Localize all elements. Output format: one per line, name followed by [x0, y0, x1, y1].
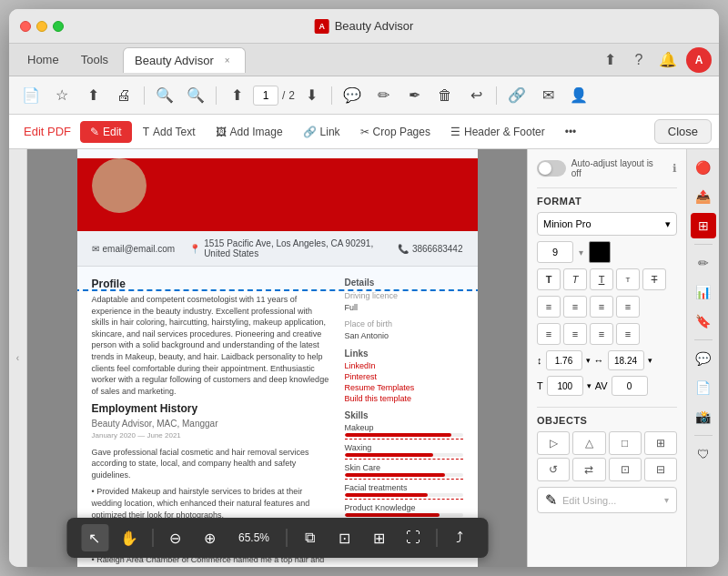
undo-button[interactable]: ↩ [461, 82, 490, 109]
char-spacing-input[interactable] [608, 350, 644, 370]
edit-button[interactable]: ✎ Edit [80, 121, 132, 143]
close-button[interactable]: Close [654, 119, 712, 144]
tab-tools[interactable]: Tools [70, 47, 119, 72]
align-justify-button[interactable]: ≡ [616, 323, 640, 345]
crop-tool-button[interactable]: ⊡ [330, 524, 358, 551]
more-options-button[interactable]: ••• [556, 122, 586, 142]
user-avatar[interactable]: A [686, 47, 712, 73]
color-swatch[interactable] [589, 241, 611, 263]
link-build-template[interactable]: Build this template [345, 394, 463, 403]
strikethrough-button[interactable]: T [642, 268, 666, 290]
line-spacing-input[interactable] [546, 350, 582, 370]
link-resume-templates[interactable]: Resume Templates [345, 383, 463, 392]
auto-adjust-toggle[interactable] [537, 160, 566, 177]
job1-bullet-2: • Provided Makeup and hairstyle services… [92, 486, 330, 520]
left-panel-toggle[interactable]: ‹ [9, 149, 27, 567]
sidebar-icon-6[interactable]: 🔖 [691, 308, 716, 334]
indent-button[interactable]: ≡ [590, 296, 613, 318]
notifications-icon[interactable]: 🔔 [657, 49, 679, 71]
obj-rect-button[interactable]: □ [609, 431, 642, 455]
sidebar-separator-3 [694, 435, 713, 436]
fit-page-button[interactable]: ⊞ [365, 524, 392, 551]
zoom-out-tool-button[interactable]: ⊖ [162, 524, 189, 551]
obj-arrange-button[interactable]: ⊟ [644, 458, 677, 481]
outdent-button[interactable]: ≡ [616, 296, 640, 318]
zoom-in-button[interactable]: 🔍 [181, 82, 210, 109]
cursor-tool-button[interactable]: ↖ [81, 524, 108, 551]
obj-rotate-button[interactable]: ↺ [537, 458, 570, 481]
print-button[interactable]: 🖨 [109, 82, 138, 109]
obj-triangle-button[interactable]: △ [572, 431, 605, 455]
link-linkedin[interactable]: LinkedIn [345, 361, 463, 370]
sidebar-icon-7[interactable]: 💬 [691, 346, 716, 371]
link-add-button[interactable]: 🔗 Link [294, 122, 349, 142]
sidebar-icon-9[interactable]: 📸 [691, 404, 716, 429]
edit-using-bar[interactable]: ✎ Edit Using... ▾ [537, 487, 677, 513]
fullscreen-button[interactable]: ⛶ [399, 524, 427, 551]
add-image-button[interactable]: 🖼 Add Image [207, 122, 292, 142]
tab-close-button[interactable]: × [221, 54, 234, 66]
align-row: ≡ ≡ ≡ ≡ [537, 323, 677, 345]
info-icon[interactable]: ℹ [672, 162, 677, 175]
bookmark-button[interactable]: ☆ [47, 82, 76, 109]
pdf-area[interactable]: ✉ email@email.com 📍 1515 Pacific Ave, Lo… [27, 149, 527, 567]
skill-waxing-name: Waxing [345, 443, 463, 452]
email-button[interactable]: ✉ [533, 82, 562, 109]
comment-button[interactable]: 💬 [338, 82, 367, 109]
upload-button[interactable]: ⬆ [78, 82, 107, 109]
obj-crop-button[interactable]: ⊡ [609, 458, 642, 481]
maximize-button[interactable] [53, 21, 64, 32]
scale-input[interactable] [547, 376, 583, 396]
numbered-list-button[interactable]: ≡ [563, 296, 587, 318]
crop-pages-button[interactable]: ✂ Crop Pages [351, 122, 440, 142]
minimize-button[interactable] [36, 21, 47, 32]
delete-button[interactable]: 🗑 [430, 82, 460, 109]
obj-group-button[interactable]: ⊞ [644, 431, 677, 455]
kerning-input[interactable] [612, 376, 648, 396]
sidebar-icon-8[interactable]: 📄 [691, 375, 716, 400]
link-button[interactable]: 🔗 [502, 82, 531, 109]
new-file-button[interactable]: 📄 [16, 82, 46, 109]
underline-button[interactable]: T [590, 268, 613, 290]
page-input[interactable] [253, 86, 278, 106]
superscript-button[interactable]: T [616, 268, 640, 290]
close-button[interactable] [20, 21, 31, 32]
user-button[interactable]: 👤 [564, 82, 593, 109]
sign-button[interactable]: ✏ [369, 82, 398, 109]
prev-page-button[interactable]: ⬆ [222, 82, 251, 109]
stamp-button[interactable]: ✒ [399, 82, 429, 109]
align-right-button[interactable]: ≡ [590, 323, 613, 345]
copy-tool-button[interactable]: ⧉ [296, 524, 323, 551]
add-text-button[interactable]: T Add Text [134, 122, 205, 142]
sidebar-icon-1[interactable]: 🔴 [691, 155, 716, 180]
main-window: A Beauty Advisor Home Tools Beauty Advis… [9, 9, 719, 567]
font-selector[interactable]: Minion Pro ▾ [537, 212, 677, 236]
italic-button[interactable]: T [563, 268, 587, 290]
align-left-button[interactable]: ≡ [537, 323, 561, 345]
sidebar-icon-3[interactable]: ⊞ [691, 213, 716, 238]
hand-tool-button[interactable]: ✋ [116, 524, 143, 551]
sidebar-icon-10[interactable]: 🛡 [691, 441, 716, 467]
help-icon[interactable]: ? [628, 49, 650, 71]
header-footer-button[interactable]: ☰ Header & Footer [441, 122, 554, 142]
align-center-button[interactable]: ≡ [563, 323, 587, 345]
link-pinterest[interactable]: Pinterest [345, 372, 463, 381]
panel-divider-2 [537, 407, 677, 408]
zoom-out-button[interactable]: 🔍 [150, 82, 179, 109]
obj-arrow-button[interactable]: ▷ [537, 431, 570, 455]
sidebar-icon-4[interactable]: ✏ [691, 250, 716, 276]
bold-button[interactable]: T [537, 268, 561, 290]
next-page-button[interactable]: ⬇ [297, 82, 326, 109]
sidebar-icon-2[interactable]: 📤 [691, 184, 716, 209]
toolbar-separator-3 [331, 86, 332, 105]
zoom-in-tool-button[interactable]: ⊕ [197, 524, 224, 551]
font-size-input[interactable] [537, 241, 573, 263]
share-icon[interactable]: ⬆ [599, 49, 621, 71]
tab-document[interactable]: Beauty Advisor × [123, 47, 246, 73]
bullet-list-button[interactable]: ≡ [537, 296, 561, 318]
tab-home[interactable]: Home [16, 47, 70, 72]
sidebar-icon-5[interactable]: 📊 [691, 279, 716, 305]
obj-flip-button[interactable]: ⇄ [572, 458, 605, 481]
share-tool-button[interactable]: ⤴ [446, 524, 473, 551]
zoom-value[interactable]: 65.5% [231, 531, 277, 544]
